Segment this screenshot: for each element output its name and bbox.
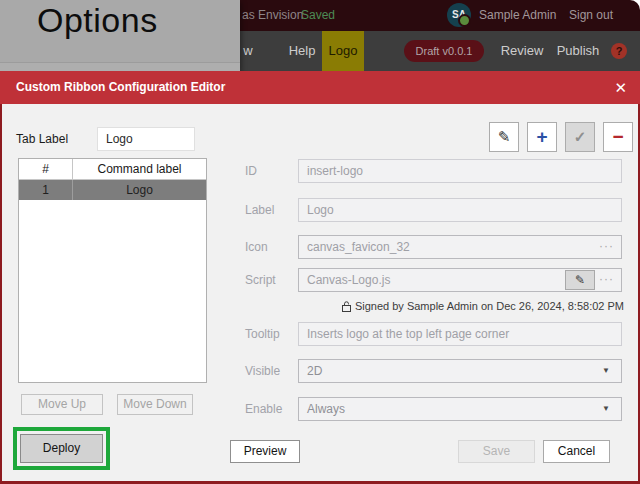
script-label: Script	[245, 268, 276, 292]
minus-icon: −	[612, 126, 623, 147]
move-down-button[interactable]: Move Down	[117, 394, 193, 415]
tooltip-field[interactable]: Inserts logo at the top left page corner	[298, 322, 622, 346]
menu-item-publish[interactable]: Publish	[553, 31, 603, 71]
preview-button[interactable]: Preview	[230, 440, 300, 463]
row-label-cell: Logo	[73, 180, 206, 200]
enable-value: Always	[307, 402, 345, 416]
lock-icon	[342, 301, 351, 312]
edit-command-button[interactable]: ✎	[489, 122, 519, 152]
menu-item-logo-active[interactable]: Logo	[322, 31, 364, 71]
row-number-cell: 1	[19, 180, 73, 200]
sign-out-button[interactable]: Sign out	[569, 0, 613, 31]
visible-label: Visible	[245, 359, 280, 383]
screen: as Envision Saved SA Sample Admin Sign o…	[0, 0, 640, 484]
dialog-body: Tab Label ✎ + ✓ − # Command label 1 Logo…	[0, 104, 640, 481]
help-icon[interactable]: ?	[611, 43, 627, 59]
menu-item-view-partial[interactable]: w	[240, 31, 256, 71]
script-field[interactable]: Canvas-Logo.js ✎ ···	[298, 268, 622, 292]
deploy-highlight-annotation: Deploy	[13, 427, 110, 470]
menu-item-help[interactable]: Help	[280, 31, 324, 71]
user-name: Sample Admin	[479, 0, 556, 31]
confirm-command-button[interactable]: ✓	[565, 122, 595, 152]
script-edit-pencil-icon[interactable]: ✎	[565, 270, 595, 290]
plus-icon: +	[536, 126, 547, 147]
icon-browse-icon[interactable]: ···	[599, 236, 614, 258]
remove-command-button[interactable]: −	[603, 122, 633, 152]
deploy-button[interactable]: Deploy	[20, 434, 103, 463]
id-field[interactable]: insert-logo	[298, 159, 622, 183]
signed-status: Signed by Sample Admin on Dec 26, 2024, …	[342, 300, 624, 312]
enable-label: Enable	[245, 397, 282, 421]
check-icon: ✓	[574, 128, 587, 145]
menu-item-review[interactable]: Review	[498, 31, 546, 71]
column-header-number: #	[19, 159, 73, 179]
icon-field-value: canvas_favicon_32	[307, 240, 410, 254]
add-command-button[interactable]: +	[527, 122, 557, 152]
chevron-down-icon: ▼	[602, 398, 610, 420]
dialog-title: Custom Ribbon Configuration Editor	[16, 71, 225, 104]
tab-label-input[interactable]	[97, 127, 195, 151]
move-up-button[interactable]: Move Up	[21, 394, 103, 415]
saved-status: Saved	[301, 0, 335, 31]
cancel-button[interactable]: Cancel	[543, 440, 610, 463]
icon-field[interactable]: canvas_favicon_32 ···	[298, 235, 622, 259]
label-label: Label	[245, 198, 274, 222]
table-row[interactable]: 1 Logo	[19, 180, 206, 200]
script-browse-icon[interactable]: ···	[599, 269, 614, 291]
custom-ribbon-dialog: Custom Ribbon Configuration Editor ✕ Tab…	[0, 71, 640, 484]
signed-text: Signed by Sample Admin on Dec 26, 2024, …	[355, 300, 624, 312]
save-button[interactable]: Save	[458, 440, 535, 463]
tooltip-label: Tooltip	[245, 322, 280, 346]
visible-value: 2D	[307, 364, 322, 378]
script-field-value: Canvas-Logo.js	[307, 273, 390, 287]
enable-dropdown[interactable]: Always ▼	[298, 397, 622, 421]
draft-version-badge[interactable]: Draft v0.0.1	[404, 40, 484, 62]
dialog-titlebar: Custom Ribbon Configuration Editor ✕	[0, 71, 640, 104]
id-label: ID	[245, 159, 257, 183]
command-table: # Command label 1 Logo	[18, 158, 207, 383]
tab-label-label: Tab Label	[16, 127, 68, 151]
presence-dot-icon	[458, 14, 471, 27]
visible-dropdown[interactable]: 2D ▼	[298, 359, 622, 383]
options-label: Options	[37, 1, 158, 40]
label-field[interactable]: Logo	[298, 198, 622, 222]
column-header-command-label: Command label	[73, 159, 206, 179]
pencil-icon: ✎	[498, 128, 511, 145]
close-icon[interactable]: ✕	[614, 71, 627, 104]
chevron-down-icon: ▼	[602, 360, 610, 382]
app-title: as Envision	[242, 0, 303, 31]
table-header-row: # Command label	[19, 159, 206, 180]
options-menu-overlay[interactable]: Options	[0, 0, 240, 71]
icon-label: Icon	[245, 235, 268, 259]
